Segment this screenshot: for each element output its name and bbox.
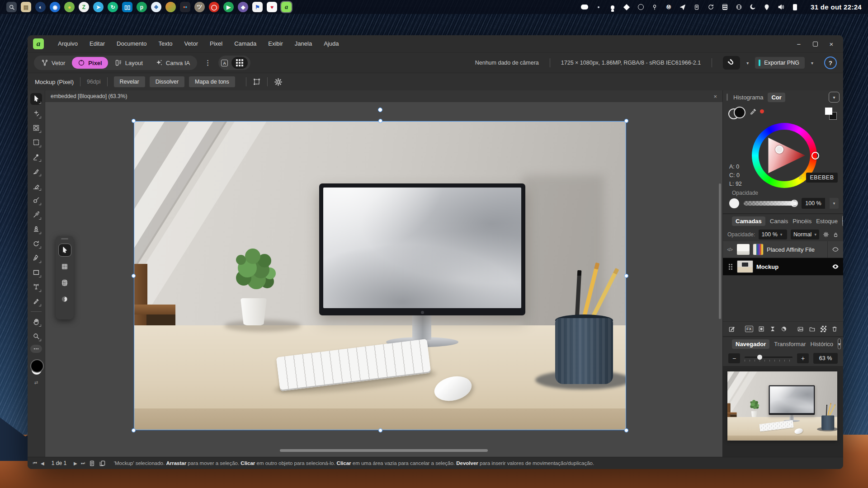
gear-icon[interactable] (274, 78, 283, 86)
edit-live-filter-icon[interactable] (728, 325, 735, 333)
document-tab[interactable]: embedded [Bloqueado] (63.3%) (51, 93, 127, 99)
tab-camadas[interactable]: Camadas (732, 216, 765, 226)
persona-vetor-button[interactable]: Vetor (35, 57, 71, 69)
rotate-handle[interactable] (378, 108, 382, 112)
dock-thunderbird-mail-icon[interactable]: ◉ (50, 2, 60, 12)
eye-filled-icon[interactable] (832, 263, 839, 270)
vertical-scrollbar[interactable] (719, 183, 721, 319)
panel-drag-handle[interactable] (726, 94, 728, 101)
hue-ring-marker[interactable] (811, 152, 819, 160)
next-page-icon[interactable]: ▶ (74, 461, 77, 466)
visibility-cell[interactable] (828, 258, 843, 275)
selection-handle-nw[interactable] (132, 119, 136, 123)
selection-handle-s[interactable] (378, 428, 382, 432)
menu-arquivo[interactable]: Arquivo (52, 35, 84, 52)
colour-sampler-icon[interactable] (749, 108, 757, 117)
zoom-slider-handle[interactable] (757, 355, 762, 360)
colour-triangle-handle[interactable] (775, 145, 783, 154)
more-tools-button[interactable] (30, 345, 42, 353)
layer-drag-dots-icon[interactable] (729, 266, 730, 267)
tab-close-icon[interactable]: × (713, 93, 717, 100)
zoom-out-button[interactable]: − (728, 353, 740, 363)
tab-estoque[interactable]: Estoque (816, 218, 838, 225)
close-button[interactable]: × (828, 40, 835, 48)
tray-server-stack-icon[interactable] (721, 4, 728, 11)
dock-contacts-avatar-icon[interactable]: ● (64, 2, 75, 12)
tab-transformar[interactable]: Transformar (774, 341, 806, 347)
tab-cor[interactable]: Cor (768, 93, 785, 102)
dock-youtube-music-icon[interactable]: ◯ (209, 2, 219, 12)
adjustment-layer-icon[interactable] (769, 325, 776, 333)
tray-sync-circle-icon[interactable] (707, 4, 714, 11)
tray-headset-icon[interactable] (735, 4, 742, 11)
paint-brush-tool[interactable] (30, 165, 42, 177)
tray-license-icon[interactable] (637, 4, 644, 11)
dock-podcast-icon[interactable]: p (137, 2, 147, 12)
zoom-slider[interactable] (745, 355, 793, 362)
foreground-colour-swatch[interactable] (30, 359, 44, 373)
delete-layer-trash-icon[interactable] (831, 325, 838, 333)
page-list-icon[interactable] (89, 460, 95, 467)
navigator-preview[interactable] (723, 366, 843, 457)
view-hand-tool[interactable] (30, 316, 42, 328)
dock-kde-ball-icon[interactable]: ❖ (151, 2, 161, 12)
colour-picker-tool[interactable] (30, 296, 42, 307)
new-pixel-layer-icon[interactable] (797, 325, 804, 333)
dock-flag-app-icon[interactable]: ⚑ (252, 2, 263, 12)
mapa-de-tons-button[interactable]: Mapa de tons (189, 76, 235, 87)
blend-tool[interactable] (30, 238, 42, 249)
tray-m-circle-icon[interactable]: Ⓜ (665, 4, 672, 11)
mask-layer-icon[interactable] (758, 325, 764, 333)
previous-page-icon[interactable]: ◀ (41, 461, 44, 466)
dissolver-button[interactable]: Dissolver (150, 76, 184, 87)
frame-text-tool[interactable] (30, 281, 42, 293)
menu-janela[interactable]: Janela (289, 35, 318, 52)
selection-handle-se[interactable] (624, 428, 628, 432)
tray-moon-icon[interactable] (749, 4, 756, 11)
blend-options-gear-icon[interactable] (823, 231, 829, 238)
dock-trello-icon[interactable]: ▯▯ (122, 2, 132, 12)
tray-diamond-icon[interactable] (623, 4, 630, 11)
opacity-slider[interactable] (744, 201, 797, 206)
ui-grid-toggle-icon[interactable] (231, 57, 248, 69)
pixel-brush-tool[interactable] (30, 151, 42, 163)
selection-handle-e[interactable] (624, 274, 628, 278)
eye-outline-icon[interactable] (832, 246, 839, 253)
clock[interactable]: 31 de out 22:24 (811, 3, 862, 11)
rectangle-tool[interactable] (30, 267, 42, 278)
move-tool[interactable] (30, 93, 42, 105)
dock-lutris-ball-icon[interactable] (165, 2, 176, 12)
keyboard-pill-icon[interactable] (581, 4, 588, 11)
tray-id-badge-icon[interactable] (693, 4, 700, 11)
colour-well[interactable] (29, 359, 43, 373)
navigator-thumbnail[interactable] (727, 371, 837, 441)
dock-gimp-icon[interactable]: ツ (194, 2, 205, 12)
pen-tool[interactable] (30, 252, 42, 264)
menu-exibir[interactable]: Exibir (262, 35, 289, 52)
revelar-button[interactable]: Revelar (114, 76, 145, 87)
layer-row-mockup[interactable]: Mockup (723, 258, 843, 276)
tray-pin-icon[interactable] (651, 4, 658, 11)
tab-pinceis[interactable]: Pincéis (793, 218, 811, 225)
tab-historico[interactable]: Histórico (811, 341, 834, 347)
marquee-tool[interactable] (30, 136, 42, 148)
last-page-icon[interactable]: ⏭ (81, 460, 85, 466)
opacity-slider-handle[interactable] (791, 200, 798, 207)
duplicate-page-icon[interactable] (99, 460, 106, 467)
canvas[interactable] (45, 102, 722, 457)
tab-navegador[interactable]: Navegador (732, 339, 769, 349)
visibility-cell[interactable] (827, 241, 843, 258)
menu-texto[interactable]: Texto (153, 35, 179, 52)
flood-select-brush-tool[interactable] (30, 209, 42, 221)
dock-davinci-resolve-icon[interactable]: ●● (180, 2, 190, 12)
selection-brush-tool[interactable] (30, 194, 42, 206)
dock-zen-browser-icon[interactable]: Z (79, 2, 89, 12)
clone-stamp-tool[interactable] (30, 223, 42, 235)
new-mask-icon[interactable] (821, 326, 826, 332)
export-chevron-icon[interactable]: ▾ (811, 61, 813, 66)
opacity-chevron-icon[interactable]: ▾ (830, 198, 839, 209)
tray-location-icon[interactable] (763, 4, 770, 11)
selection-handle-sw[interactable] (132, 428, 136, 432)
hex-input[interactable]: EBEBEB (806, 173, 838, 183)
minimize-button[interactable]: − (795, 40, 802, 48)
